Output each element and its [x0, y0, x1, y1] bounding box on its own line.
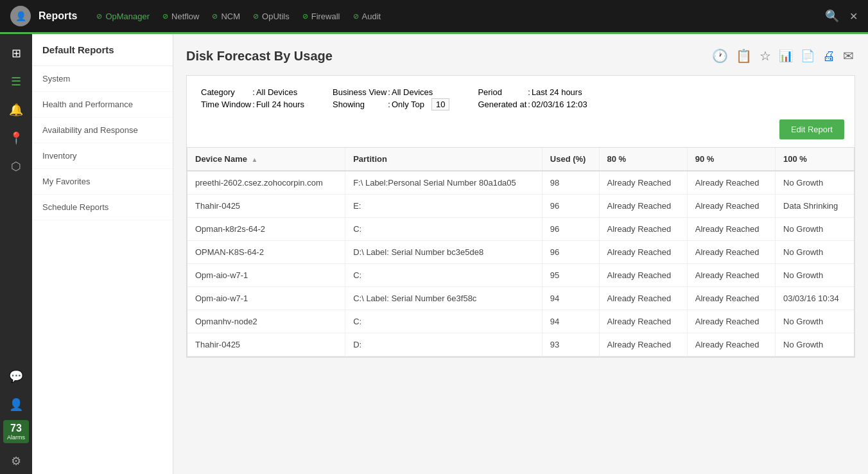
icon-rail: ⊞ ☰ 🔔 📍 ⬡ 💬 👤 73 Alarms ⚙: [0, 34, 32, 474]
showing-value: Only Top 10: [392, 98, 449, 110]
sidebar-item-schedule-reports[interactable]: Schedule Reports: [32, 195, 173, 220]
cell-used-pct: 96: [542, 195, 599, 218]
business-view-label: Business View: [333, 87, 386, 97]
time-window-value: Full 24 hours: [256, 98, 304, 110]
chat-icon[interactable]: 💬: [3, 364, 29, 389]
cell-used-pct: 95: [542, 264, 599, 287]
time-window-label: Time Window: [201, 98, 251, 110]
nav-item-oputils[interactable]: ⊘ OpUtils: [253, 12, 290, 21]
cell-device-name: Thahir-0425: [187, 333, 345, 356]
sidebar-item-availability-response[interactable]: Availability and Response: [32, 118, 173, 143]
cell-used-pct: 94: [542, 287, 599, 310]
history-icon[interactable]: 🕐: [711, 47, 729, 65]
table-row: Thahir-0425 E: 96 Already Reached Alread…: [187, 195, 854, 218]
sidebar: Default Reports System Health and Perfor…: [32, 34, 173, 474]
category-value: All Devices: [256, 87, 304, 97]
nav-item-ncm[interactable]: ⊘ NCM: [212, 12, 240, 21]
category-label: Category: [201, 87, 251, 97]
email-icon[interactable]: ✉: [842, 47, 855, 65]
favorite-icon[interactable]: ☆: [758, 47, 772, 65]
business-view-value: All Devices: [392, 87, 449, 97]
nav-items: ⊘ OpManager ⊘ Netflow ⊘ NCM ⊘ OpUtils ⊘ …: [96, 12, 825, 21]
cell-device-name: Opm-aio-w7-1: [187, 287, 345, 310]
report-title: Disk Forecast By Usage: [186, 49, 333, 64]
cell-device-name: Opm-aio-w7-1: [187, 264, 345, 287]
settings-icon[interactable]: ⚙: [3, 448, 29, 474]
cell-partition: D:: [345, 333, 542, 356]
cell-90pct: Already Reached: [687, 241, 775, 264]
alerts-icon[interactable]: 🔔: [3, 97, 29, 123]
user-icon[interactable]: 👤: [3, 392, 29, 417]
reports-icon[interactable]: ☰: [3, 69, 29, 94]
export-xls-icon[interactable]: 📊: [777, 48, 794, 64]
cell-partition: C:: [345, 218, 542, 241]
export-icon[interactable]: 📄: [799, 48, 816, 64]
table-header: Device Name ▲ Partition Used (%) 80 % 90…: [187, 148, 854, 171]
cell-80pct: Already Reached: [599, 171, 687, 195]
cell-partition: C:\ Label: Serial Number 6e3f58c: [345, 287, 542, 310]
col-80pct: 80 %: [599, 148, 687, 171]
data-table: Device Name ▲ Partition Used (%) 80 % 90…: [187, 148, 854, 356]
sidebar-item-my-favorites[interactable]: My Favorites: [32, 169, 173, 195]
nav-item-netflow[interactable]: ⊘ Netflow: [162, 12, 199, 21]
showing-label: Showing: [333, 98, 386, 110]
sidebar-item-health-performance[interactable]: Health and Performance: [32, 92, 173, 118]
cell-device-name: Opmanhv-node2: [187, 310, 345, 333]
topology-icon[interactable]: ⬡: [3, 154, 29, 179]
cell-100pct: No Growth: [776, 218, 854, 241]
col-used-pct: Used (%): [542, 148, 599, 171]
print-icon[interactable]: 🖨: [821, 48, 837, 65]
meta-row-category: Category : All Devices Business View : A…: [201, 87, 587, 97]
cell-90pct: Already Reached: [687, 195, 775, 218]
search-icon[interactable]: 🔍: [825, 9, 839, 23]
map-icon[interactable]: 📍: [3, 125, 29, 151]
col-90pct: 90 %: [687, 148, 775, 171]
table-row: Opm-aio-w7-1 C: 95 Already Reached Alrea…: [187, 264, 854, 287]
cell-90pct: Already Reached: [687, 333, 775, 356]
netflow-icon: ⊘: [162, 12, 168, 21]
top-navigation: 👤 Reports ⊘ OpManager ⊘ Netflow ⊘ NCM ⊘ …: [0, 0, 868, 32]
sidebar-item-system[interactable]: System: [32, 66, 173, 92]
table-row: preethi-2602.csez.zohocorpin.com F:\ Lab…: [187, 171, 854, 195]
cell-90pct: Already Reached: [687, 287, 775, 310]
nav-item-opmanager[interactable]: ⊘ OpManager: [96, 12, 150, 21]
cell-device-name: Opman-k8r2s-64-2: [187, 218, 345, 241]
cell-partition: C:: [345, 264, 542, 287]
alarms-badge[interactable]: 73 Alarms: [3, 420, 29, 443]
col-device-name: Device Name ▲: [187, 148, 345, 171]
cell-100pct: Data Shrinking: [776, 195, 854, 218]
cell-device-name: preethi-2602.csez.zohocorpin.com: [187, 171, 345, 195]
report-content: Category : All Devices Business View : A…: [186, 75, 855, 358]
cell-partition: D:\ Label: Serial Number bc3e5de8: [345, 241, 542, 264]
content-area: Disk Forecast By Usage 🕐 📋 ☆ 📊 📄 🖨 ✉ Cat…: [173, 34, 868, 474]
cell-100pct: 03/03/16 10:34: [776, 287, 854, 310]
data-table-wrapper: Device Name ▲ Partition Used (%) 80 % 90…: [187, 147, 855, 357]
cell-100pct: No Growth: [776, 171, 854, 195]
edit-report-button[interactable]: Edit Report: [779, 119, 844, 139]
cell-used-pct: 96: [542, 241, 599, 264]
opmanager-icon: ⊘: [96, 12, 102, 21]
sort-arrow-icon: ▲: [252, 156, 258, 163]
cell-80pct: Already Reached: [599, 310, 687, 333]
oputils-icon: ⊘: [253, 12, 259, 21]
nav-item-firewall[interactable]: ⊘ Firewall: [302, 12, 340, 21]
copy-icon[interactable]: 📋: [734, 47, 753, 65]
table-row: OPMAN-K8S-64-2 D:\ Label: Serial Number …: [187, 241, 854, 264]
nav-item-audit[interactable]: ⊘ Audit: [353, 12, 381, 21]
cell-90pct: Already Reached: [687, 264, 775, 287]
col-partition: Partition: [345, 148, 542, 171]
close-icon[interactable]: ✕: [849, 10, 858, 22]
period-value: Last 24 hours: [532, 87, 587, 97]
sidebar-item-inventory[interactable]: Inventory: [32, 143, 173, 169]
cell-device-name: OPMAN-K8S-64-2: [187, 241, 345, 264]
ncm-icon: ⊘: [212, 12, 218, 21]
table-row: Opman-k8r2s-64-2 C: 96 Already Reached A…: [187, 218, 854, 241]
avatar[interactable]: 👤: [10, 6, 31, 26]
alarms-count: 73: [4, 423, 28, 434]
generated-at-value: 02/03/16 12:03: [532, 98, 587, 110]
cell-partition: F:\ Label:Personal Serial Number 80a1da0…: [345, 171, 542, 195]
report-header: Disk Forecast By Usage 🕐 📋 ☆ 📊 📄 🖨 ✉: [186, 47, 855, 65]
cell-device-name: Thahir-0425: [187, 195, 345, 218]
cell-80pct: Already Reached: [599, 195, 687, 218]
dashboard-icon[interactable]: ⊞: [3, 40, 29, 66]
